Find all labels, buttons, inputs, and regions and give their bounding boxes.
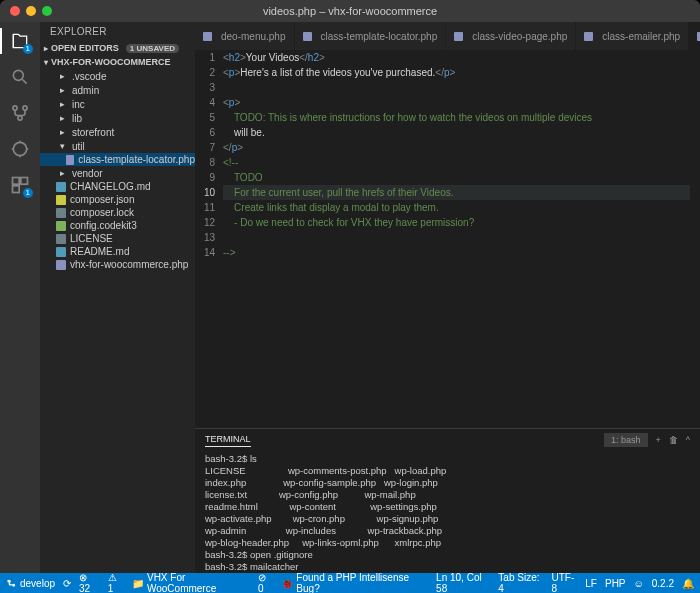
close-window-icon[interactable] xyxy=(10,6,20,16)
file-item[interactable]: config.codekit3 xyxy=(40,219,195,232)
file-icon xyxy=(56,208,66,218)
file-icon xyxy=(56,260,66,270)
svg-point-3 xyxy=(18,116,22,120)
folder-item[interactable]: ▾util xyxy=(40,139,195,153)
file-item[interactable]: composer.json xyxy=(40,193,195,206)
source-control-icon[interactable] xyxy=(9,102,31,124)
titlebar: videos.php – vhx-for-woocommerce xyxy=(0,0,700,22)
file-item[interactable]: class-template-locator.php xyxy=(40,153,195,166)
terminal-output: bash-3.2$ ls LICENSE wp-comments-post.ph… xyxy=(205,453,690,573)
window-controls xyxy=(0,6,52,16)
file-icon xyxy=(56,221,66,231)
open-editors-label: OPEN EDITORS xyxy=(51,43,119,53)
terminal-tab[interactable]: TERMINAL xyxy=(205,434,251,447)
code-editor[interactable]: 1234567891011121314 <h2>Your Videos</h2>… xyxy=(195,50,700,428)
file-tree: ▸.vscode▸admin▸inc▸lib▸storefront▾utilcl… xyxy=(40,69,195,573)
folder-item[interactable]: ▸lib xyxy=(40,111,195,125)
terminal-shell-select[interactable]: 1: bash xyxy=(604,433,648,447)
project-section[interactable]: ▾ VHX-FOR-WOOCOMMERCE xyxy=(40,55,195,69)
file-item[interactable]: LICENSE xyxy=(40,232,195,245)
chevron-right-icon: ▸ xyxy=(56,167,68,179)
editor-tab[interactable]: class-template-locator.php xyxy=(295,22,447,50)
activity-bar: 1 1 xyxy=(0,22,40,573)
project-name[interactable]: 📁 VHX For WooCommerce xyxy=(132,572,250,593)
file-item[interactable]: vhx-for-woocommerce.php xyxy=(40,258,195,271)
editor-area: deo-menu.phpclass-template-locator.phpcl… xyxy=(195,22,700,573)
terminal-kill-icon[interactable]: 🗑 xyxy=(669,435,678,445)
explorer-icon[interactable]: 1 xyxy=(9,30,31,52)
svg-point-2 xyxy=(23,106,27,110)
git-branch[interactable]: develop xyxy=(6,578,55,589)
project-label: VHX-FOR-WOOCOMMERCE xyxy=(51,57,171,67)
chevron-right-icon: ▸ xyxy=(56,70,68,82)
sidebar-header: EXPLORER xyxy=(40,22,195,41)
window-title: videos.php – vhx-for-woocommerce xyxy=(263,5,437,17)
editor-tab[interactable]: videos.php xyxy=(689,22,700,50)
encoding[interactable]: UTF-8 xyxy=(551,572,577,593)
terminal-tabs: TERMINAL 1: bash + 🗑 ^ xyxy=(195,429,700,451)
file-icon xyxy=(56,234,66,244)
file-icon xyxy=(454,32,463,41)
editor-tab[interactable]: class-video-page.php xyxy=(446,22,576,50)
svg-point-4 xyxy=(13,142,26,155)
notifications-icon[interactable]: 🔔 xyxy=(682,578,694,589)
language-mode[interactable]: PHP xyxy=(605,578,626,589)
errors-count[interactable]: ⊗ 32 xyxy=(79,572,100,593)
main-area: 1 1 EXPLORER ▸ OPEN EDITORS 1 UNSAVED ▾ … xyxy=(0,22,700,573)
tab-size[interactable]: Tab Size: 4 xyxy=(498,572,543,593)
terminal-new-icon[interactable]: + xyxy=(656,435,661,445)
folder-item[interactable]: ▸vendor xyxy=(40,166,195,180)
folder-item[interactable]: ▸storefront xyxy=(40,125,195,139)
cursor-position[interactable]: Ln 10, Col 58 xyxy=(436,572,490,593)
svg-rect-5 xyxy=(13,178,20,185)
terminal-panel: TERMINAL 1: bash + 🗑 ^ bash-3.2$ ls LICE… xyxy=(195,428,700,573)
editor-tab[interactable]: class-emailer.php xyxy=(576,22,689,50)
file-icon xyxy=(203,32,212,41)
editor-tab[interactable]: deo-menu.php xyxy=(195,22,295,50)
warnings-count[interactable]: ⚠ 1 xyxy=(108,572,124,593)
issues-count[interactable]: ⊘ 0 xyxy=(258,572,273,593)
file-item[interactable]: composer.lock xyxy=(40,206,195,219)
terminal-body[interactable]: bash-3.2$ ls LICENSE wp-comments-post.ph… xyxy=(195,451,700,573)
editor-tabs: deo-menu.phpclass-template-locator.phpcl… xyxy=(195,22,700,50)
code-lines[interactable]: <h2>Your Videos</h2><p>Here's a list of … xyxy=(223,50,700,428)
search-icon[interactable] xyxy=(9,66,31,88)
folder-item[interactable]: ▸inc xyxy=(40,97,195,111)
git-sync[interactable]: ⟳ xyxy=(63,578,71,589)
chevron-right-icon: ▸ xyxy=(56,126,68,138)
maximize-window-icon[interactable] xyxy=(42,6,52,16)
open-editors-section[interactable]: ▸ OPEN EDITORS 1 UNSAVED xyxy=(40,41,195,55)
intellisense-bug[interactable]: 🐞 Found a PHP Intellisense Bug? xyxy=(281,572,426,593)
file-item[interactable]: README.md xyxy=(40,245,195,258)
chevron-down-icon: ▾ xyxy=(44,58,48,67)
file-icon xyxy=(584,32,593,41)
svg-point-0 xyxy=(13,70,23,80)
chevron-right-icon: ▸ xyxy=(56,84,68,96)
chevron-right-icon: ▸ xyxy=(44,44,48,53)
chevron-right-icon: ▸ xyxy=(56,98,68,110)
status-bar: develop ⟳ ⊗ 32 ⚠ 1 📁 VHX For WooCommerce… xyxy=(0,573,700,593)
minimize-window-icon[interactable] xyxy=(26,6,36,16)
line-gutter: 1234567891011121314 xyxy=(195,50,223,428)
file-item[interactable]: CHANGELOG.md xyxy=(40,180,195,193)
folder-item[interactable]: ▸.vscode xyxy=(40,69,195,83)
svg-rect-6 xyxy=(21,178,28,185)
folder-item[interactable]: ▸admin xyxy=(40,83,195,97)
chevron-right-icon: ▸ xyxy=(56,112,68,124)
file-icon xyxy=(56,182,66,192)
file-icon xyxy=(66,155,74,165)
svg-rect-7 xyxy=(13,186,20,193)
file-icon xyxy=(56,247,66,257)
eol[interactable]: LF xyxy=(585,578,597,589)
file-icon xyxy=(56,195,66,205)
chevron-down-icon: ▾ xyxy=(56,140,68,152)
unsaved-badge: 1 UNSAVED xyxy=(126,44,179,53)
file-icon xyxy=(303,32,312,41)
svg-point-1 xyxy=(13,106,17,110)
feedback-icon[interactable]: ☺ xyxy=(634,578,644,589)
version[interactable]: 0.2.2 xyxy=(652,578,674,589)
terminal-max-icon[interactable]: ^ xyxy=(686,435,690,445)
sidebar: EXPLORER ▸ OPEN EDITORS 1 UNSAVED ▾ VHX-… xyxy=(40,22,195,573)
extensions-icon[interactable]: 1 xyxy=(9,174,31,196)
debug-icon[interactable] xyxy=(9,138,31,160)
